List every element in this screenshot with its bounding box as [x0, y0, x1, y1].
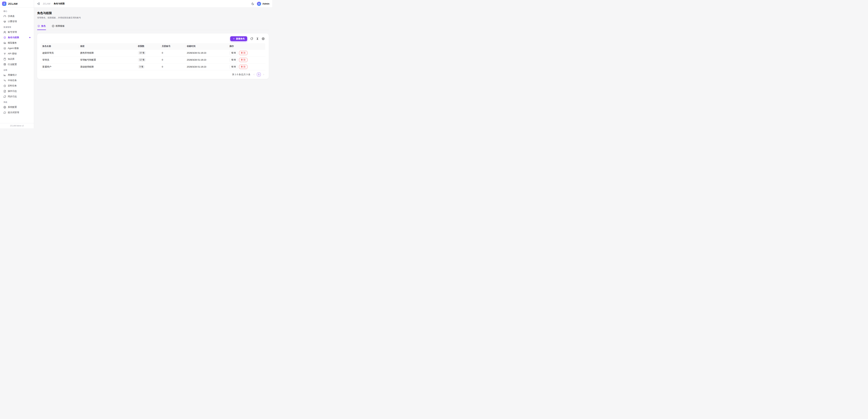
sidebar-item-users[interactable]: 账号管理 [1, 30, 32, 35]
tab-bar: 角色 权限模板 [37, 24, 269, 30]
sidebar-item-gear[interactable]: 系统配置 [1, 104, 32, 110]
topbar-right: A Admin [251, 2, 270, 6]
sidebar-item-arrows-swap[interactable]: 中转任务 [1, 78, 32, 83]
role-name-cell: 超级管理员 [41, 50, 79, 56]
sidebar-item-cloud[interactable]: 模型服务 [1, 40, 32, 46]
table-body: 超级管理员拥有所有权限10 项02026/3/28 01:19:23编 辑删 除… [41, 50, 265, 70]
app-root: Z ZCLAW 核心仪表盘计费管理资源管理账号管理角色与权限模型服务Agent … [0, 0, 272, 128]
dark-mode-toggle[interactable] [251, 2, 254, 5]
sidebar-item-bot[interactable]: Agent 模板 [1, 46, 32, 51]
sidebar-logo-row: Z ZCLAW [0, 0, 34, 8]
column-header: 权限数 [136, 43, 160, 50]
sidebar-item-crown[interactable]: 计费管理 [1, 19, 32, 24]
moon-icon [251, 2, 254, 5]
edit-button[interactable]: 编 辑 [229, 65, 238, 69]
shield-check-icon [3, 36, 6, 39]
page-title: 角色与权限 [37, 11, 269, 15]
created-time-cell: 2026/3/28 01:19:23 [185, 56, 228, 63]
sidebar-collapse-button[interactable] [37, 2, 40, 5]
brand-logo: Z [2, 2, 6, 6]
column-settings-button[interactable] [261, 37, 265, 41]
pagination: 第 1-3 条/总共 3 条 1 [41, 70, 265, 79]
sidebar-item-book[interactable]: 知识库 [1, 56, 32, 62]
shield-check-icon [37, 25, 40, 27]
role-name-cell: 普通用户 [41, 63, 79, 70]
linked-accounts-cell: 0 [160, 56, 185, 63]
sidebar-item-refresh[interactable]: 同步日志 [1, 94, 32, 99]
tab-permission-templates[interactable]: 权限模板 [52, 24, 65, 30]
sidebar-item-label: 用量统计 [8, 73, 17, 77]
breadcrumb-current: 角色与权限 [54, 2, 65, 5]
sidebar-item-shield-check[interactable]: 角色与权限 [1, 35, 32, 40]
permission-count-cell: 12 项 [136, 56, 160, 63]
sidebar-item-file-text[interactable]: 操作日志 [1, 89, 32, 94]
arrows-swap-icon [3, 79, 6, 82]
column-height-icon [256, 37, 259, 40]
permission-count-cell: 10 项 [136, 50, 160, 56]
refresh-table-button[interactable] [250, 37, 254, 41]
refresh-icon [3, 95, 6, 98]
reload-icon [250, 37, 253, 40]
sidebar-item-label: 系统配置 [8, 106, 17, 109]
edit-button[interactable]: 编 辑 [229, 58, 238, 62]
roles-table: 角色名称描述权限数关联账号创建时间操作 超级管理员拥有所有权限10 项02026… [41, 43, 265, 70]
new-role-button-label: 新建角色 [236, 37, 245, 40]
sidebar-item-gauge[interactable]: 仪表盘 [1, 13, 32, 19]
gear-icon [3, 106, 6, 109]
new-role-button[interactable]: 新建角色 [230, 36, 247, 41]
edit-button[interactable]: 编 辑 [229, 51, 238, 55]
clock-icon [3, 85, 6, 87]
sidebar-item-label: 提示词管理 [8, 111, 19, 114]
delete-button[interactable]: 删 除 [239, 51, 247, 55]
book-icon [3, 58, 6, 60]
next-page-button[interactable] [262, 73, 265, 76]
sidebar-item-message[interactable]: 提示词管理 [1, 110, 32, 115]
plug-icon [3, 53, 6, 55]
sidebar-item-store[interactable]: 行业配置 [1, 62, 32, 67]
sidebar-item-label: 行业配置 [8, 63, 17, 66]
sidebar-section-label: 运维 [0, 67, 34, 72]
breadcrumb-root-link[interactable]: ZCLAW [43, 3, 50, 5]
sidebar-section-label: 资源管理 [0, 24, 34, 29]
sidebar-item-label: 知识库 [8, 58, 14, 61]
active-indicator-dot [29, 37, 30, 38]
actions-cell: 编 辑删 除 [228, 63, 265, 70]
sidebar-footer: ZCLAW Admin v2 [0, 123, 34, 128]
topbar-left: ZCLAW / 角色与权限 [37, 2, 65, 5]
sidebar-item-label: 模型服务 [8, 41, 17, 44]
cloud-icon [3, 42, 6, 44]
actions-cell: 编 辑删 除 [228, 50, 265, 56]
brand-name: ZCLAW [8, 2, 18, 5]
plus-icon [232, 37, 235, 40]
page-number-button[interactable]: 1 [257, 72, 261, 77]
sidebar-item-clock[interactable]: 定时任务 [1, 83, 32, 88]
user-name: Admin [262, 2, 270, 5]
table-row: 管理员管理账号和配置12 项02026/3/28 01:19:23编 辑删 除 [41, 56, 265, 63]
tab-roles[interactable]: 角色 [37, 24, 46, 30]
table-row: 超级管理员拥有所有权限10 项02026/3/28 01:19:23编 辑删 除 [41, 50, 265, 56]
sidebar-item-label: 中转任务 [8, 79, 17, 82]
delete-button[interactable]: 删 除 [239, 65, 247, 69]
sidebar-item-plug[interactable]: API 密钥 [1, 51, 32, 56]
store-icon [3, 63, 6, 66]
sidebar-item-label: 角色与权限 [8, 36, 19, 39]
message-icon [3, 111, 6, 114]
role-desc-cell: 拥有所有权限 [79, 50, 136, 56]
file-text-icon [3, 90, 6, 93]
delete-button[interactable]: 删 除 [239, 58, 247, 62]
chevron-left-icon [253, 73, 255, 76]
topbar: ZCLAW / 角色与权限 A Admin [34, 0, 272, 8]
page-content: 角色与权限 管理角色、权限模板，并将权限批量应用到账号 角色 权限模板 新建角色 [34, 8, 272, 128]
column-header: 角色名称 [41, 43, 79, 50]
sidebar-item-label: 账号管理 [8, 31, 17, 34]
table-row: 普通用户基础使用权限3 项02026/3/28 01:19:23编 辑删 除 [41, 63, 265, 70]
role-name-cell: 管理员 [41, 56, 79, 63]
previous-page-button[interactable] [252, 73, 255, 76]
sidebar-item-bar-chart[interactable]: 用量统计 [1, 72, 32, 78]
user-menu[interactable]: A Admin [257, 2, 270, 6]
created-time-cell: 2026/3/28 01:19:23 [185, 50, 228, 56]
sidebar-item-label: 定时任务 [8, 84, 17, 87]
row-density-button[interactable] [255, 37, 259, 41]
sidebar: Z ZCLAW 核心仪表盘计费管理资源管理账号管理角色与权限模型服务Agent … [0, 0, 34, 128]
role-desc-cell: 管理账号和配置 [79, 56, 136, 63]
